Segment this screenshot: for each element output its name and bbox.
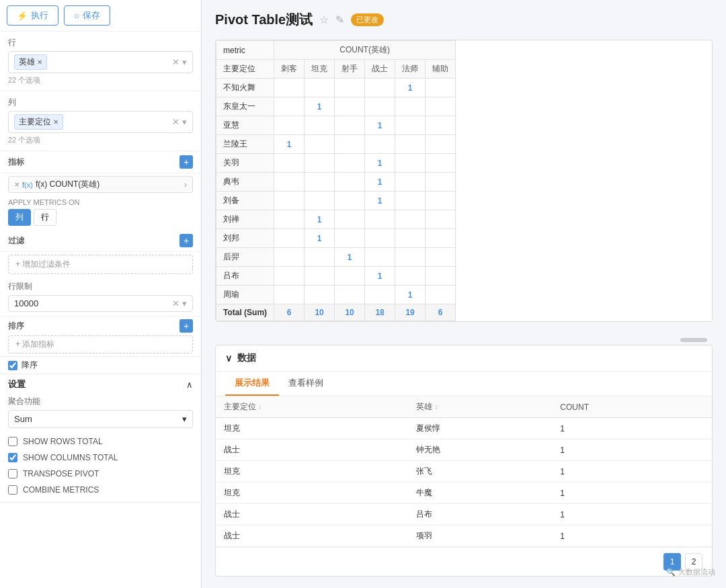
pivot-cell — [274, 192, 305, 210]
transpose-pivot-row: TRANSPOSE PIVOT — [8, 466, 193, 482]
pivot-table: metric COUNT(英雄) 主要定位 刺客 坦克 射手 战士 法师 辅助 … — [216, 40, 456, 321]
add-sort-label: + 添加指标 — [15, 339, 54, 350]
pivot-cell — [426, 79, 456, 97]
transpose-pivot-checkbox[interactable] — [8, 469, 17, 478]
sort-add-button[interactable]: + — [179, 319, 193, 333]
row-select[interactable]: 英雄 ✕ ✕ ▾ — [8, 51, 193, 73]
show-rows-total-row: SHOW ROWS TOTAL — [8, 433, 193, 450]
pivot-cell — [274, 97, 305, 116]
pivot-cell — [395, 192, 426, 210]
collapse-icon[interactable]: ∨ — [225, 353, 232, 364]
scroll-bar — [680, 338, 707, 342]
pivot-cell: 1 — [305, 97, 335, 116]
pivot-cell — [274, 154, 305, 173]
pivot-col-header: 主要定位 — [216, 60, 274, 79]
data-section-header: ∨ 数据 — [216, 345, 712, 372]
metrics-add-button[interactable]: + — [179, 155, 193, 169]
pivot-cell — [335, 229, 365, 248]
pivot-cell — [274, 267, 305, 286]
saved-badge: 已更改 — [351, 13, 384, 26]
add-filter-btn[interactable]: + 增加过滤条件 — [8, 255, 193, 274]
watermark-text: 大数据流动 — [678, 567, 715, 577]
table-cell: 1 — [552, 461, 712, 482]
tab-view-sample[interactable]: 查看样例 — [279, 372, 333, 396]
agg-label: 聚合功能 — [8, 396, 193, 407]
pivot-cell — [274, 79, 305, 97]
combine-metrics-checkbox[interactable] — [8, 485, 17, 495]
row-limit-section: 行限制 10000 ✕ ▾ — [0, 277, 201, 317]
tab-show-results[interactable]: 展示结果 — [225, 372, 279, 396]
pivot-cell — [274, 210, 305, 229]
apply-row-button[interactable]: 行 — [34, 209, 56, 226]
show-cols-total-checkbox[interactable] — [8, 453, 17, 462]
row-limit-value: 10000 — [14, 298, 38, 308]
transpose-pivot-label: TRANSPOSE PIVOT — [23, 469, 99, 478]
pivot-row-header: 关羽 — [216, 154, 274, 173]
pivot-cell: 1 — [365, 173, 395, 192]
star-icon[interactable]: ☆ — [319, 13, 329, 26]
watermark-icon: 🔍 — [666, 568, 676, 577]
apply-col-button[interactable]: 列 — [8, 209, 31, 226]
row-limit-select[interactable]: 10000 ✕ ▾ — [8, 295, 193, 312]
pivot-row-header: 亚慧 — [216, 116, 274, 135]
row-tag: 英雄 ✕ — [14, 54, 47, 70]
pivot-cell — [395, 267, 426, 286]
filter-section: 过滤 + + 增加过滤条件 — [0, 230, 201, 277]
show-cols-total-label: SHOW COLUMNS TOTAL — [23, 453, 118, 462]
pivot-cell — [274, 173, 305, 192]
agg-chevron-icon: ▾ — [182, 414, 187, 424]
table-cell: 钟无艳 — [408, 439, 552, 461]
pivot-cell — [395, 135, 426, 154]
metric-row: ✕ f(x) f(x) COUNT(英雄) › — [0, 173, 201, 196]
edit-icon[interactable]: ✎ — [335, 13, 344, 26]
table-row: 坦克夏侯惇1 — [216, 418, 712, 439]
pivot-cell — [426, 229, 456, 248]
pivot-cell — [365, 248, 395, 267]
col-select[interactable]: 主要定位 ✕ ✕ ▾ — [8, 111, 193, 133]
pivot-cell — [426, 173, 456, 192]
pivot-cell — [335, 135, 365, 154]
pivot-cell — [395, 229, 426, 248]
table-row: 坦克牛魔1 — [216, 482, 712, 504]
pivot-row-header: 吕布 — [216, 267, 274, 286]
table-cell: 1 — [552, 482, 712, 504]
pivot-cell — [335, 154, 365, 173]
show-rows-total-checkbox[interactable] — [8, 437, 17, 446]
row-tag-close[interactable]: ✕ — [37, 58, 42, 66]
execute-label: 执行 — [31, 9, 48, 22]
settings-collapse-icon: ∧ — [186, 380, 193, 390]
save-button[interactable]: ○ 保存 — [64, 5, 110, 26]
metric-fn-icon: f(x) — [22, 181, 33, 189]
execute-icon: ⚡ — [17, 11, 28, 21]
pivot-row-header: 刘邦 — [216, 229, 274, 248]
pivot-cell — [395, 173, 426, 192]
pivot-cell — [335, 286, 365, 304]
metric-remove-icon[interactable]: ✕ — [14, 181, 19, 188]
execute-button[interactable]: ⚡ 执行 — [7, 5, 58, 26]
pivot-row-header: 典韦 — [216, 173, 274, 192]
sort-section: 排序 + + 添加指标 — [0, 317, 201, 357]
table-cell: 战士 — [216, 526, 408, 547]
desc-checkbox[interactable] — [8, 361, 17, 370]
desc-label: 降序 — [22, 360, 38, 371]
toolbar: ⚡ 执行 ○ 保存 — [0, 0, 201, 32]
pivot-count-header: COUNT(英雄) — [274, 41, 456, 60]
pivot-subheader-4: 法师 — [395, 60, 426, 79]
metrics-section: 指标 + ✕ f(x) f(x) COUNT(英雄) › — [0, 151, 201, 196]
col-tag-close[interactable]: ✕ — [53, 118, 58, 126]
pivot-cell — [305, 267, 335, 286]
pivot-cell — [305, 116, 335, 135]
pivot-cell — [365, 97, 395, 116]
pivot-cell: 1 — [365, 192, 395, 210]
agg-select[interactable]: Sum ▾ — [8, 410, 193, 428]
scroll-indicator — [215, 335, 713, 345]
pivot-total-val: 6 — [274, 304, 305, 321]
pivot-total-label: Total (Sum) — [216, 304, 274, 321]
settings-header[interactable]: 设置 ∧ — [8, 378, 193, 390]
filter-add-button[interactable]: + — [179, 234, 193, 247]
row-section: 行 英雄 ✕ ✕ ▾ 22 个选项 — [0, 32, 201, 91]
add-sort-btn[interactable]: + 添加指标 — [8, 335, 193, 353]
table-row: 坦克张飞1 — [216, 461, 712, 482]
apply-metrics-section: APPLY METRICS ON 列 行 — [0, 196, 201, 230]
pivot-cell — [305, 79, 335, 97]
